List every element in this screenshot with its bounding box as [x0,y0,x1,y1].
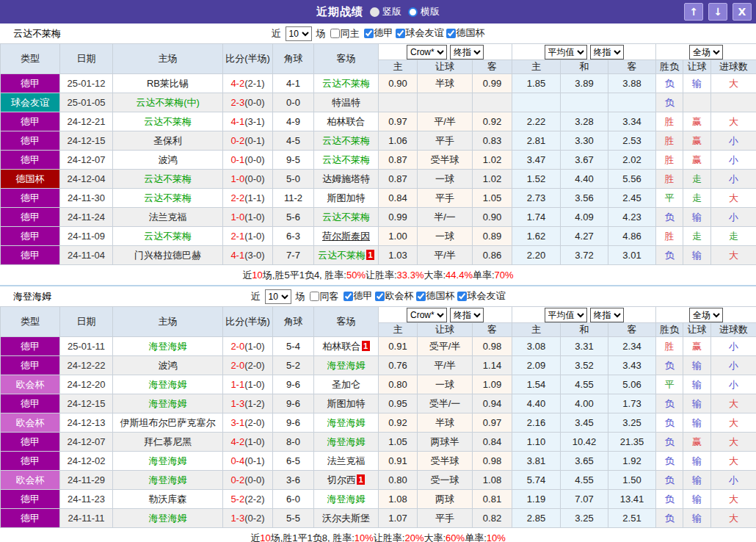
crow-home-odds: 1.05 [379,433,418,452]
match-row: 德国杯24-12-04云达不莱梅1-0(0-0)5-0达姆施塔特0.87一球1.… [1,170,756,189]
crow-away-odds: 1.02 [473,151,512,170]
same-venue-filter[interactable]: 同主 [330,27,360,40]
summary-segment: 10% [487,532,506,542]
corner-score: 5-0 [273,170,314,189]
results-table: 类型 日期 主场 比分(半场) 角球 客场 Crow*终指 平均值终指 全场 主… [0,43,756,265]
move-down-button[interactable]: ↓ [708,3,727,21]
league-filter-德国杯[interactable]: 德国杯 [416,289,455,303]
league-filter-checkbox[interactable] [344,292,353,301]
column-header-corner: 角球 [273,44,314,74]
match-row: 德甲24-11-11海登海姆1-3(0-2)5-5沃尔夫斯堡1.07平手0.82… [1,509,756,528]
home-team-name: RB莱比锡 [147,78,189,89]
move-up-button[interactable]: ↑ [684,3,703,21]
home-team-name: 伊斯坦布尔巴萨克塞尔 [120,417,216,428]
league-filter-checkbox[interactable] [375,292,385,301]
league-badge: 德甲 [1,509,60,528]
final-score: 1-3 [230,513,244,524]
crow-handicap: 两球 [418,490,473,509]
home-team-cell: 伊斯坦布尔巴萨克塞尔 [113,413,223,433]
final-score: 1-3 [230,398,244,409]
filter-bar: 海登海姆 近 10 场 同客 德甲欧会杯德国杯球会友谊 [0,286,756,306]
corner-score: 7-7 [273,246,314,265]
crow-handicap: 受半球 [418,151,473,170]
league-filter-checkbox[interactable] [396,29,405,38]
final-score: 1-0 [230,173,244,184]
final-odds-select-2[interactable]: 终指 [590,45,624,59]
layout-radio-horizontal[interactable]: 横版 [408,5,440,18]
crow-away-odds: 0.83 [473,131,512,151]
match-row: 球会友谊25-01-05云达不莱梅(中)2-3(0-0)0-0特温特负 [1,93,756,112]
result-handicap: 走 [683,189,711,208]
crow-home-odds: 0.87 [379,170,418,189]
score-cell: 1-1(1-0) [223,375,273,394]
league-filter-德甲[interactable]: 德甲 [344,289,373,303]
avg-away-odds: 3.01 [608,246,656,265]
away-team-cell: 圣加仑 [314,375,379,394]
avg-draw-odds: 3.52 [561,356,608,375]
result-handicap: 赢 [683,112,711,131]
match-date: 24-12-15 [60,394,113,413]
result-goals: 小 [711,375,756,394]
recent-label: 近 [251,290,261,303]
corner-score: 5-6 [273,208,314,227]
league-filter-球会友谊[interactable]: 球会友谊 [396,26,444,40]
result-goals: 大 [711,394,756,413]
avg-draw-odds: 3.28 [561,112,608,131]
league-filter-德甲[interactable]: 德甲 [364,26,393,40]
close-button[interactable]: X [733,3,752,21]
avg-home-odds: 2.16 [512,413,561,433]
league-filter-checkbox[interactable] [457,292,467,301]
summary-segment: 大率: [424,532,446,542]
final-odds-select-2[interactable]: 终指 [590,308,624,322]
final-odds-select[interactable]: 终指 [450,308,484,322]
layout-radio-vertical[interactable]: 竖版 [370,5,401,18]
crow-home-odds: 0.91 [379,452,418,471]
column-header-away: 客场 [314,307,379,337]
result-outcome: 平 [656,375,683,394]
league-filter-checkbox[interactable] [364,29,374,38]
bookmaker-select[interactable]: Crow* [407,45,447,59]
away-team-name: 斯图加特 [327,398,366,409]
result-handicap: 输 [683,208,711,227]
crow-away-odds: 1.09 [473,375,512,394]
games-label: 场 [316,27,326,40]
home-team-name: 海登海姆 [149,341,187,352]
half-score: (0-2) [244,513,264,524]
fulltime-select[interactable]: 全场 [689,308,723,322]
red-card-badge: 1 [366,250,374,260]
half-score: (0-1) [244,135,264,146]
crow-home-odds: 1.07 [379,509,418,528]
corner-score: 5-5 [273,509,314,528]
same-venue-checkbox[interactable] [310,292,319,301]
away-team-cell: 云达不莱梅 [314,208,379,227]
recent-count-select[interactable]: 10 [286,26,312,41]
final-odds-select[interactable]: 终指 [450,45,484,59]
fulltime-select[interactable]: 全场 [689,45,723,59]
result-goals: 大 [711,452,756,471]
crow-home-odds: 1.03 [379,246,418,265]
league-filter-checkbox[interactable] [446,29,456,38]
league-badge: 德甲 [1,452,60,471]
league-filter-欧会杯[interactable]: 欧会杯 [375,289,414,303]
recent-count-select[interactable]: 10 [265,289,291,304]
league-filter-checkbox[interactable] [416,292,426,301]
result-goals: 小 [711,337,756,356]
crow-away-odds: 1.05 [473,189,512,208]
avg-home-odds: 1.85 [512,74,561,93]
league-badge: 德甲 [1,356,60,375]
average-select[interactable]: 平均值 [545,45,587,59]
home-team-cell: 勒沃库森 [113,490,223,509]
same-venue-filter[interactable]: 同客 [310,290,339,303]
summary-segment: 让胜率: [374,532,405,542]
match-row: 德甲24-12-07波鸿0-1(0-0)9-5云达不莱梅0.87受半球1.023… [1,151,756,170]
average-select[interactable]: 平均值 [545,308,587,322]
same-venue-checkbox[interactable] [330,29,340,38]
crow-handicap: 平/半 [418,356,473,375]
away-team-name[interactable]: 荷尔斯泰因 [322,231,370,242]
home-team-cell: 法兰克福 [113,208,223,227]
bookmaker-select[interactable]: Crow* [407,308,447,322]
result-outcome: 负 [656,246,683,265]
league-filter-球会友谊[interactable]: 球会友谊 [457,289,506,303]
league-filter-德国杯[interactable]: 德国杯 [446,26,485,40]
league-badge: 球会友谊 [1,93,60,112]
